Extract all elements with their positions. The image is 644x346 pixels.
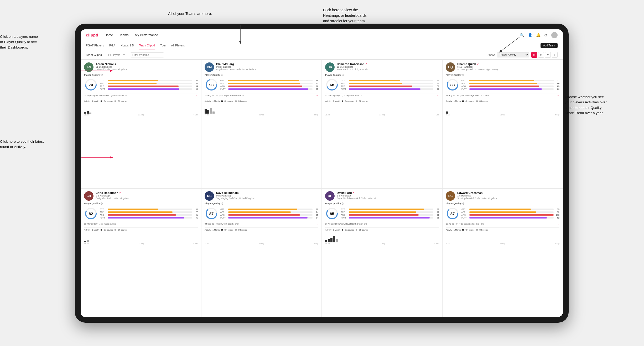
search-icon[interactable]: 🔍 — [520, 33, 524, 37]
quality-info-icon[interactable]: ⓘ — [342, 73, 344, 76]
latest-activity[interactable]: 26 Aug 23 | 73 (+1), Royal North Devon G… — [205, 93, 318, 97]
chart-label-2: 21 Aug — [259, 243, 264, 244]
player-search-input[interactable] — [130, 52, 164, 57]
edit-team-icon[interactable]: ✏ — [123, 53, 125, 57]
player-info: Blair McHarg Plus Handicap Royal North D… — [216, 62, 318, 71]
stat-value: 83 — [434, 214, 439, 216]
quality-info-icon[interactable]: ⓘ — [101, 202, 103, 205]
stat-bar-fill — [469, 214, 554, 216]
tab-pga[interactable]: PGA — [109, 41, 115, 50]
latest-activity[interactable]: 02 Jul 23 | 59 (+17), Craigmillar Park G… — [325, 93, 439, 97]
player-name[interactable]: Aaron Nicholls — [96, 62, 198, 66]
bell-icon[interactable]: 🔔 — [536, 33, 541, 37]
tab-all-players[interactable]: All Players — [171, 41, 185, 50]
quality-score-circle[interactable]: 87 — [446, 207, 459, 220]
mini-chart-section: Activity · 1 Month On course Off course … — [446, 227, 559, 244]
stat-label: ARG — [100, 85, 107, 87]
off-course-legend — [356, 100, 357, 102]
score-value: 74 — [89, 83, 93, 87]
activity-chart — [84, 103, 198, 114]
chart-x-labels: 31 Jul 21 Aug 4 Sep — [205, 114, 318, 116]
on-course-legend — [221, 100, 223, 102]
latest-activity[interactable]: 26 Aug 23 | 84 (+12), Royal North Devon … — [325, 222, 439, 226]
stat-bar-fill — [349, 83, 402, 84]
quality-info-icon[interactable]: ⓘ — [462, 202, 464, 205]
player-club: Drift Golf Club, United Kingdom — [96, 68, 198, 71]
nav-my-performance[interactable]: My Performance — [135, 33, 158, 37]
player-club: Craigmillar Park, United Kingdom — [96, 197, 198, 200]
player-name[interactable]: Blair McHarg — [216, 62, 318, 66]
app-logo[interactable]: clippd — [86, 33, 98, 37]
stat-row: APP 63 — [341, 82, 439, 84]
filter-button[interactable]: ▼ — [545, 52, 551, 58]
chart-bar — [333, 236, 335, 242]
stat-bar-fill — [349, 211, 416, 213]
quality-info-icon[interactable]: ⓘ — [221, 202, 223, 205]
quality-score-circle[interactable]: 83 — [446, 78, 459, 92]
player-name[interactable]: Charlie Quick✔ — [457, 62, 559, 66]
add-team-button[interactable]: Add Team — [541, 43, 558, 48]
tab-team-clippd[interactable]: Team Clippd — [139, 41, 155, 50]
player-name[interactable]: Cameron Robertson✔ — [337, 62, 439, 66]
stat-value: 96 — [434, 217, 439, 219]
player-name[interactable]: Edward Crossman — [457, 191, 559, 194]
score-value: 87 — [450, 211, 455, 216]
quality-info-icon[interactable]: ⓘ — [462, 73, 464, 76]
settings-icon[interactable]: ⚙ — [544, 33, 548, 37]
quality-info-icon[interactable]: ⓘ — [101, 73, 103, 76]
latest-activity[interactable]: 18 Jul 23 | 74 (+3), Sunningdale GC - Ol… — [446, 222, 559, 226]
stats-bars: OTT 84 APP 85 ARG 88 PU — [220, 79, 318, 90]
stat-row: PUTT 95 — [220, 88, 318, 90]
quality-score-circle[interactable]: 93 — [205, 78, 218, 92]
latest-activity[interactable]: 03 Mar 23 | 19, Must make putting → — [84, 222, 198, 226]
on-course-legend — [462, 100, 464, 102]
quality-info-icon[interactable]: ⓘ — [221, 73, 223, 76]
quality-row: 74 OTT 60 APP 58 ARG — [84, 78, 198, 92]
stat-row: ARG 83 — [341, 214, 439, 216]
show-select[interactable]: Player Activity Quality Score Trend — [497, 52, 529, 57]
player-name[interactable]: David Ford✔ — [337, 191, 439, 194]
quality-score-circle[interactable]: 87 — [205, 207, 218, 220]
stat-label: ARG — [341, 85, 348, 87]
chart-x-labels: 31 Jul 21 Aug 4 Sep — [84, 243, 198, 244]
quality-score-circle[interactable]: 68 — [325, 78, 339, 92]
quality-score-circle[interactable]: 74 — [84, 78, 98, 92]
stat-value: 103 — [555, 214, 559, 216]
stat-label: ARG — [220, 214, 227, 216]
nav-home[interactable]: Home — [105, 33, 113, 37]
mini-chart-section: Activity · 1 Month On course Off course … — [325, 227, 439, 244]
stat-bar-fill — [228, 86, 302, 87]
profile-icon[interactable]: 👤 — [528, 33, 532, 37]
stat-bar-fill — [469, 211, 536, 213]
team-separator: | — [105, 54, 105, 56]
latest-activity[interactable]: 07 Aug 23 | 77 (+7), St George's Hill GC… — [446, 93, 559, 97]
quality-score-circle[interactable]: 85 — [325, 207, 339, 220]
grid-view-button[interactable]: ⊞ — [531, 52, 537, 58]
tab-hcaps[interactable]: Hcaps 1-5 — [121, 41, 134, 50]
stat-bar-fill — [228, 214, 300, 216]
player-handicap: 1-5 Handicap — [337, 194, 439, 197]
quality-score-circle[interactable]: 82 — [84, 207, 98, 220]
verified-icon: ✔ — [365, 63, 367, 65]
stat-row: PUTT 85 — [100, 88, 198, 90]
player-info: Aaron Nicholls 11-15 Handicap Drift Golf… — [96, 62, 198, 71]
player-name[interactable]: Chris Robertson✔ — [96, 191, 198, 194]
player-header: BM Blair McHarg Plus Handicap Royal Nort… — [205, 62, 318, 72]
chart-legend: Activity · 1 Month On course Off course — [446, 100, 559, 102]
quality-info-icon[interactable]: ⓘ — [342, 202, 344, 205]
latest-activity[interactable]: 02 Sep 23 | Sunset round to get back int… — [84, 93, 198, 97]
list-view-button[interactable]: ⊟ — [538, 52, 544, 58]
stat-value: 85 — [314, 82, 318, 84]
player-name[interactable]: Dave Billingham — [216, 191, 318, 194]
tab-pgat-players[interactable]: PGAT Players — [86, 41, 104, 50]
stat-value: 85 — [434, 88, 439, 90]
player-handicap: Plus Handicap — [216, 66, 318, 68]
player-handicap: 1-5 Handicap — [96, 194, 198, 197]
tab-tour[interactable]: Tour — [160, 41, 166, 50]
sort-button[interactable]: ↕ — [552, 52, 558, 58]
user-avatar[interactable] — [551, 32, 558, 38]
stat-bar-bg — [349, 214, 433, 216]
stats-bars: OTT 60 APP 77 ARG 81 PU — [100, 208, 198, 219]
nav-teams[interactable]: Teams — [119, 33, 128, 37]
latest-activity[interactable]: 04 Sep 23 | Mobility with coach, Gym → — [205, 222, 318, 226]
